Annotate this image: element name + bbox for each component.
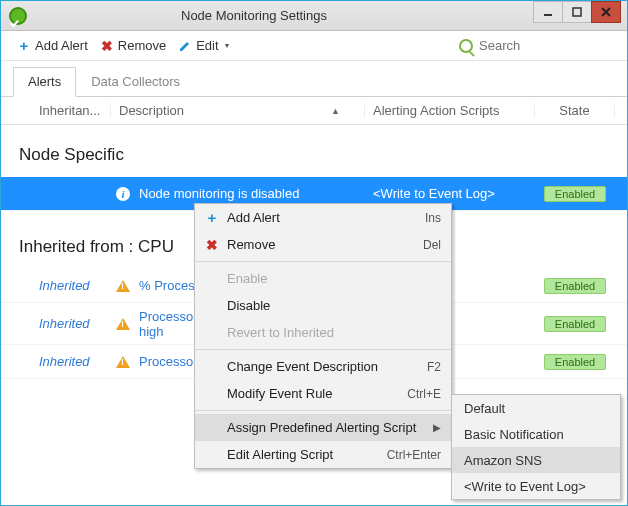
state-badge: Enabled (544, 278, 606, 294)
pencil-icon (178, 39, 192, 53)
submenu-write-event-log[interactable]: <Write to Event Log> (452, 473, 620, 499)
state-badge: Enabled (544, 186, 606, 202)
ctx-modify-rule[interactable]: Modify Event Rule Ctrl+E (195, 380, 451, 407)
close-icon (601, 7, 611, 17)
search-wrap (459, 37, 617, 54)
state-badge: Enabled (544, 354, 606, 370)
minimize-icon (543, 7, 553, 17)
ctx-modify-rule-label: Modify Event Rule (223, 386, 407, 401)
edit-label: Edit (196, 38, 218, 53)
ctx-edit-script[interactable]: Edit Alerting Script Ctrl+Enter (195, 441, 451, 468)
separator (195, 261, 451, 262)
inherited-label: Inherited (31, 316, 111, 331)
section-node-specific: Node Specific (1, 125, 627, 177)
node-row-script: <Write to Event Log> (365, 186, 535, 201)
plus-icon: + (201, 209, 223, 226)
inherited-label: Inherited (31, 354, 111, 369)
search-input[interactable] (477, 37, 617, 54)
column-headers: Inheritan... Description ▲ Alerting Acti… (1, 97, 627, 125)
warning-icon (116, 280, 130, 292)
warning-icon (116, 318, 130, 330)
node-row-description: Node monitoring is disabled (135, 186, 365, 201)
ctx-edit-script-shortcut: Ctrl+Enter (387, 448, 441, 462)
toolbar: + Add Alert ✖ Remove Edit ▾ (1, 31, 627, 61)
tabs: Alerts Data Collectors (1, 61, 627, 97)
x-icon: ✖ (100, 39, 114, 53)
info-icon: i (116, 187, 130, 201)
separator (195, 410, 451, 411)
chevron-right-icon: ▶ (433, 422, 441, 433)
ctx-disable-label: Disable (223, 298, 441, 313)
ctx-change-desc-shortcut: F2 (427, 360, 441, 374)
ctx-remove-shortcut: Del (423, 238, 441, 252)
remove-button[interactable]: ✖ Remove (94, 35, 172, 56)
caret-down-icon: ▾ (225, 41, 229, 50)
maximize-button[interactable] (562, 1, 592, 23)
ctx-revert-label: Revert to Inherited (223, 325, 441, 340)
ctx-enable: Enable (195, 265, 451, 292)
window: Node Monitoring Settings + Add Alert ✖ R… (0, 0, 628, 506)
plus-icon: + (17, 39, 31, 53)
inherited-label: Inherited (31, 278, 111, 293)
state-badge: Enabled (544, 316, 606, 332)
window-title: Node Monitoring Settings (0, 8, 533, 23)
ctx-remove[interactable]: ✖ Remove Del (195, 231, 451, 258)
ctx-enable-label: Enable (223, 271, 441, 286)
edit-button[interactable]: Edit ▾ (172, 35, 234, 56)
add-alert-button[interactable]: + Add Alert (11, 35, 94, 56)
col-alerting-scripts[interactable]: Alerting Action Scripts (365, 103, 535, 118)
remove-label: Remove (118, 38, 166, 53)
submenu-basic-notification[interactable]: Basic Notification (452, 421, 620, 447)
ctx-change-desc[interactable]: Change Event Description F2 (195, 353, 451, 380)
x-icon: ✖ (201, 237, 223, 253)
col-inheritance[interactable]: Inheritan... (31, 103, 111, 118)
ctx-add-alert-label: Add Alert (223, 210, 425, 225)
ctx-add-alert-shortcut: Ins (425, 211, 441, 225)
col-state[interactable]: State (535, 103, 615, 118)
warning-icon (116, 356, 130, 368)
submenu-assign-script: Default Basic Notification Amazon SNS <W… (451, 394, 621, 500)
ctx-add-alert[interactable]: + Add Alert Ins (195, 204, 451, 231)
maximize-icon (572, 7, 582, 17)
sort-asc-icon: ▲ (331, 106, 340, 116)
tab-data-collectors[interactable]: Data Collectors (76, 67, 195, 96)
ctx-revert: Revert to Inherited (195, 319, 451, 346)
ctx-edit-script-label: Edit Alerting Script (223, 447, 387, 462)
submenu-amazon-sns[interactable]: Amazon SNS (452, 447, 620, 473)
ctx-assign-script[interactable]: Assign Predefined Alerting Script ▶ (195, 414, 451, 441)
ctx-disable[interactable]: Disable (195, 292, 451, 319)
close-button[interactable] (591, 1, 621, 23)
ctx-modify-rule-shortcut: Ctrl+E (407, 387, 441, 401)
tab-alerts[interactable]: Alerts (13, 67, 76, 97)
ctx-remove-label: Remove (223, 237, 423, 252)
minimize-button[interactable] (533, 1, 563, 23)
ctx-change-desc-label: Change Event Description (223, 359, 427, 374)
col-description-label: Description (119, 103, 184, 118)
submenu-default[interactable]: Default (452, 395, 620, 421)
context-menu: + Add Alert Ins ✖ Remove Del Enable Disa… (194, 203, 452, 469)
separator (195, 349, 451, 350)
ctx-assign-script-label: Assign Predefined Alerting Script (223, 420, 433, 435)
col-description[interactable]: Description ▲ (111, 103, 365, 118)
add-alert-label: Add Alert (35, 38, 88, 53)
search-icon (459, 39, 473, 53)
svg-rect-1 (573, 8, 581, 16)
titlebar: Node Monitoring Settings (1, 1, 627, 31)
app-icon (9, 7, 27, 25)
